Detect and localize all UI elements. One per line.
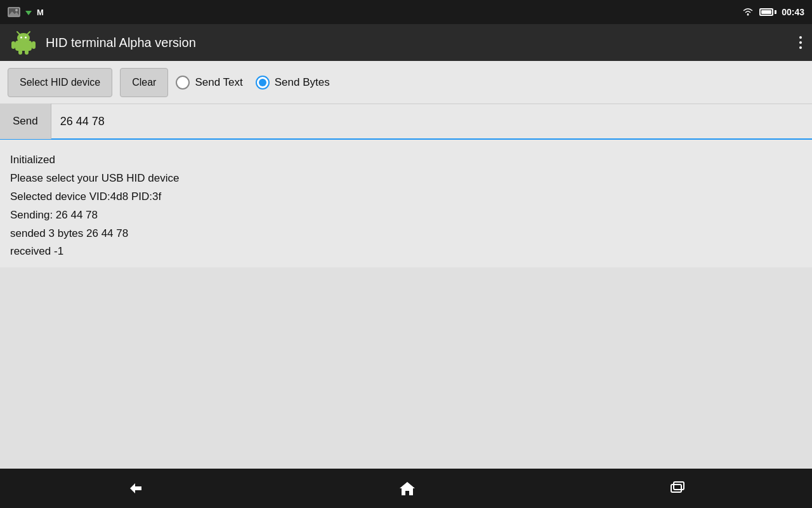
svg-point-6 [20,37,22,39]
app-title: HID terminal Alpha version [46,36,790,50]
dropdown-icon [25,6,32,18]
svg-rect-15 [674,482,684,490]
navigation-bar [0,469,812,508]
log-line: sended 3 bytes 26 44 78 [10,225,802,243]
send-bytes-label: Send Bytes [275,76,330,89]
back-button[interactable] [126,481,145,496]
status-time: 00:43 [782,7,804,17]
radio-selected-indicator [259,79,266,86]
log-line: Please select your USB HID device [10,170,802,188]
svg-line-9 [27,32,30,34]
svg-rect-13 [25,50,29,55]
clear-button[interactable]: Clear [120,68,168,97]
svg-rect-14 [671,485,681,492]
send-button[interactable]: Send [0,104,51,139]
overflow-menu-button[interactable] [799,36,802,49]
wifi-icon [742,6,754,18]
log-line: received -1 [10,243,802,261]
send-bytes-option[interactable]: Send Bytes [256,76,330,90]
status-icons-right: 00:43 [742,6,804,18]
svg-point-7 [25,37,27,39]
svg-rect-11 [32,41,36,49]
recents-button[interactable] [669,480,686,497]
overflow-dot-1 [799,36,802,39]
gmail-icon: M [37,8,44,17]
status-icons-left: M [8,6,44,18]
image-icon [8,7,20,17]
log-line: Initialized [10,151,802,170]
battery-icon [759,8,776,16]
send-text-radio[interactable] [176,76,190,90]
log-line: Selected device VID:4d8 PID:3f [10,188,802,206]
svg-point-2 [15,9,18,11]
log-area: InitializedPlease select your USB HID de… [0,140,812,267]
overflow-dot-3 [799,46,802,49]
svg-line-8 [17,32,20,34]
send-text-label: Send Text [195,76,242,89]
app-logo [10,29,37,56]
svg-point-3 [747,13,749,15]
svg-rect-10 [11,41,15,49]
log-line: Sending: 26 44 78 [10,206,802,225]
app-toolbar: HID terminal Alpha version [0,24,812,61]
overflow-dot-2 [799,41,802,44]
select-hid-button[interactable]: Select HID device [8,68,112,97]
send-text-option[interactable]: Send Text [176,76,242,90]
svg-rect-12 [18,50,22,55]
action-bar: Select HID device Clear Send Text Send B… [0,61,812,104]
mode-radio-group: Send Text Send Bytes [176,76,329,90]
send-bytes-radio[interactable] [256,76,270,90]
home-button[interactable] [398,480,416,497]
send-row: Send [0,104,812,140]
send-input[interactable] [51,104,812,139]
status-bar: M 00:43 [0,0,812,24]
